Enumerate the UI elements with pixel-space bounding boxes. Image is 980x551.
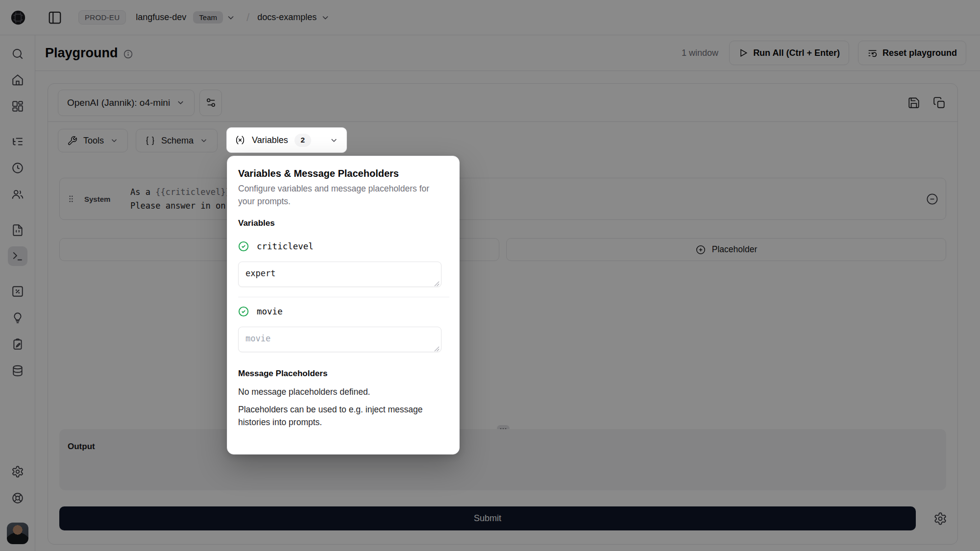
variables-popover: Variables & Message Placeholders Configu… — [227, 156, 460, 455]
variable-item: movie — [238, 306, 448, 317]
placeholders-help-text: Placeholders can be used to e.g. inject … — [238, 403, 444, 429]
modal-backdrop[interactable] — [0, 0, 980, 551]
variable-value-input[interactable] — [238, 327, 441, 352]
playground-page: PROD-EU langfuse-dev Team / docs-example… — [0, 0, 980, 551]
variables-dropdown[interactable]: Variables 2 — [226, 127, 347, 153]
placeholders-empty-text: No message placeholders defined. — [238, 385, 448, 398]
variable-icon — [235, 135, 245, 145]
check-circle-icon — [238, 306, 249, 317]
variable-name: criticlevel — [257, 241, 314, 251]
chevron-down-icon — [329, 136, 339, 145]
variable-item: criticlevel — [238, 241, 448, 252]
popover-title: Variables & Message Placeholders — [238, 168, 448, 179]
variables-label: Variables — [252, 135, 288, 145]
variable-value-input[interactable]: expert — [238, 262, 441, 287]
divider — [238, 297, 449, 297]
placeholders-heading: Message Placeholders — [238, 369, 448, 379]
popover-description: Configure variables and message placehol… — [238, 182, 444, 208]
check-circle-icon — [238, 241, 249, 252]
variables-count-badge: 2 — [294, 134, 311, 147]
variable-name: movie — [257, 307, 283, 316]
variables-heading: Variables — [238, 218, 448, 228]
